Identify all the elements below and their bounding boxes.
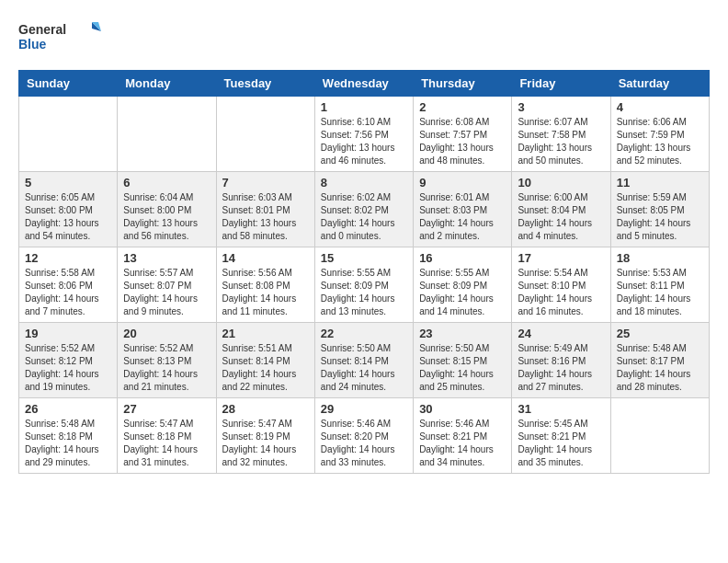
day-number: 1 (321, 100, 407, 114)
calendar-cell: 13Sunrise: 5:57 AM Sunset: 8:07 PM Dayli… (118, 247, 216, 323)
day-number: 7 (222, 176, 309, 190)
day-number: 8 (321, 176, 407, 190)
day-info: Sunrise: 6:04 AM Sunset: 8:00 PM Dayligh… (123, 191, 210, 243)
calendar-cell: 30Sunrise: 5:46 AM Sunset: 8:21 PM Dayli… (414, 398, 512, 474)
weekday-header-sunday: Sunday (19, 71, 118, 97)
calendar-cell: 29Sunrise: 5:46 AM Sunset: 8:20 PM Dayli… (314, 398, 413, 474)
calendar-cell: 5Sunrise: 6:05 AM Sunset: 8:00 PM Daylig… (19, 172, 118, 247)
day-number: 29 (321, 402, 407, 416)
day-number: 17 (518, 251, 604, 265)
day-number: 28 (222, 402, 309, 416)
day-info: Sunrise: 5:50 AM Sunset: 8:15 PM Dayligh… (419, 342, 506, 394)
calendar-table: SundayMondayTuesdayWednesdayThursdayFrid… (18, 70, 710, 474)
day-number: 11 (617, 176, 703, 190)
day-info: Sunrise: 5:46 AM Sunset: 8:20 PM Dayligh… (321, 418, 407, 469)
day-info: Sunrise: 6:03 AM Sunset: 8:01 PM Dayligh… (222, 191, 309, 243)
weekday-header-friday: Friday (512, 71, 610, 97)
day-number: 27 (123, 402, 210, 416)
day-info: Sunrise: 5:47 AM Sunset: 8:18 PM Dayligh… (123, 418, 210, 469)
day-info: Sunrise: 5:48 AM Sunset: 8:18 PM Dayligh… (25, 418, 111, 469)
calendar-cell: 1Sunrise: 6:10 AM Sunset: 7:56 PM Daylig… (314, 97, 413, 172)
calendar-cell: 20Sunrise: 5:52 AM Sunset: 8:13 PM Dayli… (118, 323, 216, 398)
day-info: Sunrise: 5:55 AM Sunset: 8:09 PM Dayligh… (419, 267, 506, 318)
day-info: Sunrise: 5:57 AM Sunset: 8:07 PM Dayligh… (123, 267, 210, 318)
day-info: Sunrise: 5:52 AM Sunset: 8:12 PM Dayligh… (25, 342, 111, 394)
svg-text:General: General (18, 22, 66, 37)
day-number: 3 (518, 100, 604, 114)
day-number: 2 (419, 100, 506, 114)
day-number: 14 (222, 251, 309, 265)
day-info: Sunrise: 6:06 AM Sunset: 7:59 PM Dayligh… (617, 116, 703, 167)
calendar-cell: 6Sunrise: 6:04 AM Sunset: 8:00 PM Daylig… (118, 172, 216, 247)
calendar-cell: 28Sunrise: 5:47 AM Sunset: 8:19 PM Dayli… (216, 398, 314, 474)
calendar-cell (19, 97, 118, 172)
weekday-header-tuesday: Tuesday (216, 71, 314, 97)
calendar-week-row: 1Sunrise: 6:10 AM Sunset: 7:56 PM Daylig… (19, 97, 710, 172)
calendar-cell: 27Sunrise: 5:47 AM Sunset: 8:18 PM Dayli… (118, 398, 216, 474)
weekday-header-wednesday: Wednesday (314, 71, 413, 97)
day-number: 10 (518, 176, 604, 190)
calendar-cell: 4Sunrise: 6:06 AM Sunset: 7:59 PM Daylig… (610, 97, 709, 172)
logo-icon: General Blue (18, 18, 101, 55)
page-header: General Blue (18, 18, 710, 55)
calendar-cell: 12Sunrise: 5:58 AM Sunset: 8:06 PM Dayli… (19, 247, 118, 323)
calendar-week-row: 19Sunrise: 5:52 AM Sunset: 8:12 PM Dayli… (19, 323, 710, 398)
calendar-cell: 15Sunrise: 5:55 AM Sunset: 8:09 PM Dayli… (314, 247, 413, 323)
day-info: Sunrise: 6:01 AM Sunset: 8:03 PM Dayligh… (419, 191, 506, 243)
weekday-header-saturday: Saturday (610, 71, 709, 97)
day-number: 22 (321, 327, 407, 340)
day-number: 9 (419, 176, 506, 190)
calendar-week-row: 12Sunrise: 5:58 AM Sunset: 8:06 PM Dayli… (19, 247, 710, 323)
day-number: 24 (518, 327, 604, 340)
weekday-header-monday: Monday (118, 71, 216, 97)
calendar-cell: 18Sunrise: 5:53 AM Sunset: 8:11 PM Dayli… (610, 247, 709, 323)
day-number: 21 (222, 327, 309, 340)
day-number: 13 (123, 251, 210, 265)
day-number: 5 (25, 176, 111, 190)
calendar-cell: 21Sunrise: 5:51 AM Sunset: 8:14 PM Dayli… (216, 323, 314, 398)
calendar-cell: 10Sunrise: 6:00 AM Sunset: 8:04 PM Dayli… (512, 172, 610, 247)
calendar-cell (118, 97, 216, 172)
day-info: Sunrise: 5:48 AM Sunset: 8:17 PM Dayligh… (617, 342, 703, 394)
svg-text:Blue: Blue (18, 37, 47, 52)
calendar-cell: 3Sunrise: 6:07 AM Sunset: 7:58 PM Daylig… (512, 97, 610, 172)
day-info: Sunrise: 6:00 AM Sunset: 8:04 PM Dayligh… (518, 191, 604, 243)
day-info: Sunrise: 5:50 AM Sunset: 8:14 PM Dayligh… (321, 342, 407, 394)
calendar-week-row: 26Sunrise: 5:48 AM Sunset: 8:18 PM Dayli… (19, 398, 710, 474)
calendar-cell: 31Sunrise: 5:45 AM Sunset: 8:21 PM Dayli… (512, 398, 610, 474)
calendar-cell (216, 97, 314, 172)
weekday-header-row: SundayMondayTuesdayWednesdayThursdayFrid… (19, 71, 710, 97)
calendar-cell: 25Sunrise: 5:48 AM Sunset: 8:17 PM Dayli… (610, 323, 709, 398)
day-info: Sunrise: 5:58 AM Sunset: 8:06 PM Dayligh… (25, 267, 111, 318)
day-number: 12 (25, 251, 111, 265)
day-info: Sunrise: 5:55 AM Sunset: 8:09 PM Dayligh… (321, 267, 407, 318)
day-number: 16 (419, 251, 506, 265)
calendar-cell: 8Sunrise: 6:02 AM Sunset: 8:02 PM Daylig… (314, 172, 413, 247)
day-number: 30 (419, 402, 506, 416)
day-number: 20 (123, 327, 210, 340)
day-info: Sunrise: 5:46 AM Sunset: 8:21 PM Dayligh… (419, 418, 506, 469)
calendar-cell: 7Sunrise: 6:03 AM Sunset: 8:01 PM Daylig… (216, 172, 314, 247)
calendar-cell: 26Sunrise: 5:48 AM Sunset: 8:18 PM Dayli… (19, 398, 118, 474)
day-number: 15 (321, 251, 407, 265)
day-number: 18 (617, 251, 703, 265)
day-info: Sunrise: 5:47 AM Sunset: 8:19 PM Dayligh… (222, 418, 309, 469)
day-number: 23 (419, 327, 506, 340)
weekday-header-thursday: Thursday (414, 71, 512, 97)
day-info: Sunrise: 5:56 AM Sunset: 8:08 PM Dayligh… (222, 267, 309, 318)
day-info: Sunrise: 5:51 AM Sunset: 8:14 PM Dayligh… (222, 342, 309, 394)
day-info: Sunrise: 6:02 AM Sunset: 8:02 PM Dayligh… (321, 191, 407, 243)
day-number: 19 (25, 327, 111, 340)
day-info: Sunrise: 6:10 AM Sunset: 7:56 PM Dayligh… (321, 116, 407, 167)
day-number: 31 (518, 402, 604, 416)
day-info: Sunrise: 5:49 AM Sunset: 8:16 PM Dayligh… (518, 342, 604, 394)
day-info: Sunrise: 5:59 AM Sunset: 8:05 PM Dayligh… (617, 191, 703, 243)
calendar-cell: 14Sunrise: 5:56 AM Sunset: 8:08 PM Dayli… (216, 247, 314, 323)
day-number: 26 (25, 402, 111, 416)
calendar-cell: 23Sunrise: 5:50 AM Sunset: 8:15 PM Dayli… (414, 323, 512, 398)
day-number: 4 (617, 100, 703, 114)
day-info: Sunrise: 5:52 AM Sunset: 8:13 PM Dayligh… (123, 342, 210, 394)
day-info: Sunrise: 5:54 AM Sunset: 8:10 PM Dayligh… (518, 267, 604, 318)
calendar-cell: 9Sunrise: 6:01 AM Sunset: 8:03 PM Daylig… (414, 172, 512, 247)
day-info: Sunrise: 6:08 AM Sunset: 7:57 PM Dayligh… (419, 116, 506, 167)
